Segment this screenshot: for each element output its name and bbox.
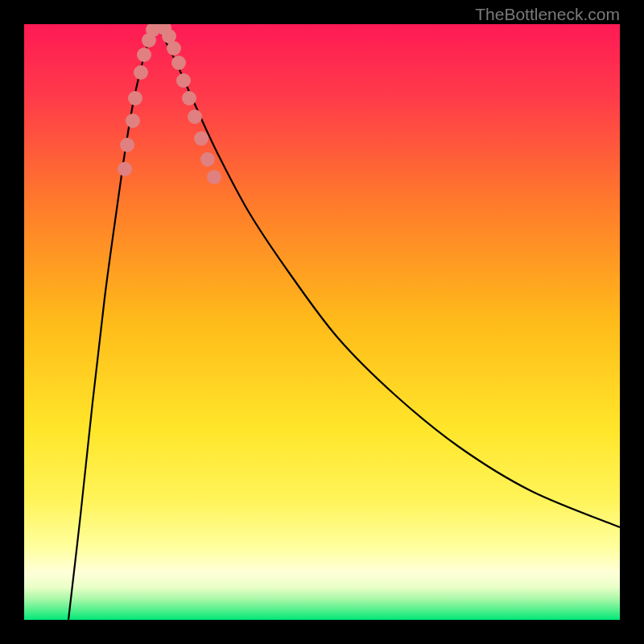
sample-marker	[134, 65, 148, 80]
sample-marker	[171, 56, 186, 70]
sample-marker	[194, 131, 208, 146]
plot-area	[24, 24, 620, 620]
sample-marker	[176, 73, 191, 88]
sample-marker	[200, 152, 215, 167]
bottleneck-curve	[24, 24, 620, 620]
outer-frame: TheBottleneck.com	[0, 0, 644, 644]
watermark-text: TheBottleneck.com	[475, 5, 620, 24]
sample-marker	[126, 114, 140, 128]
curve-left-branch	[68, 24, 157, 620]
sample-markers	[118, 24, 221, 184]
sample-marker	[120, 138, 134, 152]
sample-marker	[118, 162, 132, 176]
sample-marker	[137, 47, 151, 62]
sample-marker	[128, 91, 142, 105]
sample-marker	[182, 91, 196, 105]
curve-right-branch	[157, 24, 620, 527]
sample-marker	[188, 109, 202, 124]
sample-marker	[167, 41, 181, 56]
sample-marker	[207, 170, 221, 184]
